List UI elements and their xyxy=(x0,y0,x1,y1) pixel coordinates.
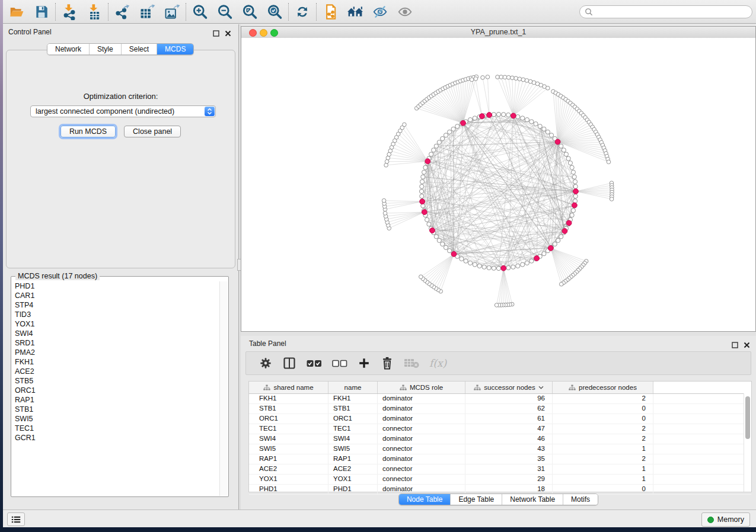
optimization-criterion-select[interactable]: largest connected component (undirected) xyxy=(30,105,216,117)
network-node[interactable] xyxy=(434,235,438,239)
network-node[interactable] xyxy=(562,148,566,152)
table-scrollbar-thumb[interactable] xyxy=(745,396,750,439)
network-node[interactable] xyxy=(529,259,534,263)
network-leaf-node[interactable] xyxy=(384,164,388,168)
network-node[interactable] xyxy=(468,261,473,265)
network-node[interactable] xyxy=(492,266,496,270)
network-leaf-node[interactable] xyxy=(382,198,386,203)
mcds-network-node[interactable] xyxy=(461,120,466,126)
zoom-selected-button[interactable] xyxy=(262,2,287,22)
network-node[interactable] xyxy=(525,261,529,265)
mcds-network-node[interactable] xyxy=(534,256,540,261)
zoom-fit-button[interactable] xyxy=(237,2,262,22)
table-settings-button[interactable] xyxy=(259,357,272,370)
mcds-network-node[interactable] xyxy=(451,251,457,257)
network-leaf-node[interactable] xyxy=(474,77,478,81)
network-leaf-node[interactable] xyxy=(499,75,503,79)
memory-button[interactable]: Memory xyxy=(701,512,750,527)
network-node[interactable] xyxy=(425,217,429,222)
network-node[interactable] xyxy=(549,133,553,137)
network-node[interactable] xyxy=(420,194,424,198)
show-columns-button[interactable] xyxy=(282,356,296,370)
network-node[interactable] xyxy=(506,265,511,270)
tab-motifs[interactable]: Motifs xyxy=(563,494,598,505)
mcds-network-node[interactable] xyxy=(422,210,427,215)
network-node[interactable] xyxy=(464,259,468,263)
select-all-checkboxes-button[interactable] xyxy=(307,358,322,368)
tab-edge-table[interactable]: Edge Table xyxy=(450,494,502,505)
close-table-panel-icon[interactable] xyxy=(744,340,751,347)
table-row[interactable]: FKH1FKH1dominator962 xyxy=(249,394,751,404)
network-node[interactable] xyxy=(477,264,481,268)
network-node[interactable] xyxy=(525,118,529,122)
network-node[interactable] xyxy=(437,140,441,145)
network-window-titlebar[interactable]: YPA_prune.txt_1 xyxy=(241,27,755,39)
network-node[interactable] xyxy=(566,156,570,161)
network-node[interactable] xyxy=(534,122,538,126)
mcds-result-item[interactable]: STB1 xyxy=(15,405,220,414)
network-node[interactable] xyxy=(482,265,486,269)
table-row[interactable]: YOX1YOX1connector291 xyxy=(249,475,751,485)
search-input[interactable] xyxy=(595,6,752,18)
network-node[interactable] xyxy=(434,144,438,148)
network-node[interactable] xyxy=(444,133,448,137)
network-node[interactable] xyxy=(546,130,550,134)
tab-network-table[interactable]: Network Table xyxy=(502,494,563,505)
network-node[interactable] xyxy=(423,165,428,169)
network-leaf-node[interactable] xyxy=(607,160,611,164)
network-node[interactable] xyxy=(572,175,576,179)
network-node[interactable] xyxy=(571,209,575,213)
network-node[interactable] xyxy=(473,116,477,120)
delete-column-button[interactable] xyxy=(381,356,394,370)
network-node[interactable] xyxy=(441,242,445,246)
network-leaf-node[interactable] xyxy=(546,86,550,90)
mcds-network-node[interactable] xyxy=(425,159,430,164)
mcds-result-item[interactable]: STP4 xyxy=(15,300,220,310)
delete-table-button[interactable] xyxy=(404,357,419,369)
network-node[interactable] xyxy=(496,112,500,116)
mcds-result-item[interactable]: TEC1 xyxy=(15,424,220,433)
network-node[interactable] xyxy=(448,130,452,134)
mcds-network-node[interactable] xyxy=(511,113,516,118)
tab-select[interactable]: Select xyxy=(121,44,157,55)
mcds-network-node[interactable] xyxy=(420,199,425,204)
mcds-list-scrollbar[interactable] xyxy=(219,281,228,496)
mcds-network-node[interactable] xyxy=(480,114,485,119)
zoom-in-button[interactable] xyxy=(187,2,212,22)
mcds-result-item[interactable]: STB5 xyxy=(15,376,220,386)
mcds-result-item[interactable]: RAP1 xyxy=(15,395,220,405)
mcds-result-item[interactable]: SRD1 xyxy=(15,338,220,348)
network-node[interactable] xyxy=(492,113,496,117)
mcds-result-item[interactable]: GCR1 xyxy=(15,433,220,443)
hide-selected-button[interactable] xyxy=(368,2,393,22)
network-leaf-node[interactable] xyxy=(525,79,529,83)
network-node[interactable] xyxy=(556,238,560,242)
network-leaf-node[interactable] xyxy=(559,282,563,286)
network-leaf-node[interactable] xyxy=(495,303,499,307)
refresh-view-button[interactable] xyxy=(290,2,315,22)
network-leaf-node[interactable] xyxy=(481,76,485,80)
mcds-network-node[interactable] xyxy=(487,113,492,118)
network-leaf-node[interactable] xyxy=(403,123,407,127)
mcds-network-node[interactable] xyxy=(548,245,553,251)
mcds-network-node[interactable] xyxy=(573,189,579,194)
table-row[interactable]: ORC1ORC1dominator610 xyxy=(249,414,751,424)
network-node[interactable] xyxy=(529,120,534,124)
network-node[interactable] xyxy=(571,170,575,174)
network-leaf-node[interactable] xyxy=(419,275,423,279)
mcds-result-item[interactable]: PMA2 xyxy=(15,348,220,357)
network-node[interactable] xyxy=(451,127,455,131)
export-network-button[interactable] xyxy=(110,2,135,22)
open-file-button[interactable] xyxy=(4,2,29,22)
network-node[interactable] xyxy=(559,144,563,148)
network-leaf-node[interactable] xyxy=(518,77,522,81)
network-node[interactable] xyxy=(573,180,577,184)
network-node[interactable] xyxy=(542,252,546,256)
network-node[interactable] xyxy=(455,124,460,129)
table-row[interactable]: SWI5SWI5connector431 xyxy=(249,444,751,454)
network-node[interactable] xyxy=(437,238,441,242)
network-node[interactable] xyxy=(573,184,578,188)
float-table-panel-icon[interactable] xyxy=(732,340,739,347)
network-node[interactable] xyxy=(568,161,572,165)
network-leaf-node[interactable] xyxy=(514,76,518,81)
